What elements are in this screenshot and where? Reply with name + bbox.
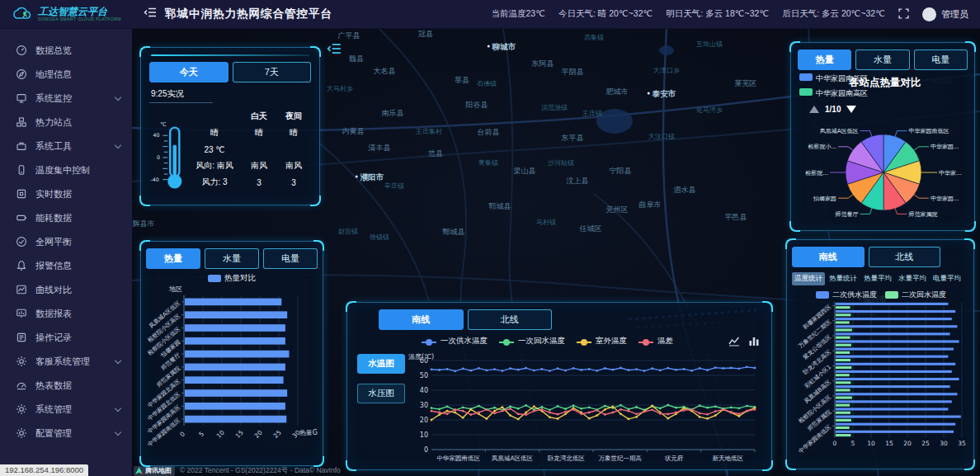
tab-7天[interactable]: 7天 (233, 62, 312, 82)
tab-今天[interactable]: 今天 (149, 62, 229, 82)
bell-icon (16, 260, 27, 273)
toolbox-line-chart-icon[interactable] (728, 336, 740, 346)
legend-item[interactable]: 一次回水温度 (499, 336, 565, 346)
sidebar-item-6[interactable]: 实时数据 (0, 182, 132, 206)
tab-北线[interactable]: 北线 (468, 309, 553, 330)
svg-text:凤凰城A区低区: 凤凰城A区低区 (492, 455, 534, 462)
tab-热量[interactable]: 热量 (798, 49, 851, 70)
sidebar-item-label: 报警信息 (35, 260, 120, 272)
log-icon (16, 332, 27, 345)
sidebar-item-3[interactable]: 热力站点 (0, 111, 132, 134)
button-水温图[interactable]: 水温图 (357, 354, 405, 374)
sidebar-item-5[interactable]: 温度集中控制 (0, 158, 132, 182)
weather-time-label: 9:25实况 (149, 88, 213, 103)
subtab-电量平均[interactable]: 电量平均 (931, 272, 964, 285)
svg-text:-40: -40 (150, 177, 158, 182)
legend-item[interactable]: 室外温度 (577, 336, 627, 346)
sidebar-item-0[interactable]: 数据总览 (0, 39, 132, 63)
svg-text:状元府: 状元府 (665, 455, 684, 462)
weather-cell: 23 ℃ (187, 145, 242, 154)
panel-deco-line (151, 54, 309, 56)
svg-text:15: 15 (234, 429, 245, 440)
legend-item[interactable]: 热量对比 (208, 273, 256, 284)
tab-北线[interactable]: 北线 (869, 247, 941, 267)
sidebar-item-1[interactable]: 地理信息 (0, 63, 132, 87)
svg-text:℃: ℃ (160, 121, 166, 128)
svg-text:40: 40 (153, 132, 159, 138)
weather-col-header: 夜间 (276, 111, 311, 122)
svg-text:10: 10 (215, 429, 226, 440)
subtab-热量平均[interactable]: 热量平均 (861, 272, 894, 285)
sidebar-item-8[interactable]: 全网平衡 (0, 230, 132, 254)
subtab-水量平均[interactable]: 水量平均 (896, 272, 929, 285)
tab-热量[interactable]: 热量 (146, 248, 200, 269)
chevron-down-icon (115, 142, 121, 148)
station-heat-pie-chart[interactable]: 中华家园南低区中华家园...中华家...中华家园...师范家属院师范餐厅怡馨家园… (798, 114, 969, 228)
svg-text:40: 40 (420, 387, 428, 394)
heat-water-elec-tabs: 热量水量电量 (146, 248, 318, 269)
energy-icon (16, 212, 27, 225)
map-panel-fold-icon[interactable] (327, 42, 342, 59)
sidebar-item-12[interactable]: 操作记录 (0, 326, 132, 350)
sidebar-item-15[interactable]: 系统管理 (0, 398, 132, 422)
sidebar-item-7[interactable]: 能耗数据 (0, 206, 132, 230)
fullscreen-icon[interactable] (898, 8, 909, 21)
sidebar-item-2[interactable]: 系统监控 (0, 87, 132, 111)
sidebar-item-label: 实时数据 (35, 188, 120, 200)
attribution-text: © 2022 Tencent - GS(2022)2224号 - Data© N… (180, 466, 341, 476)
pie-pager: 1/10 (809, 105, 968, 114)
sidebar-item-4[interactable]: 系统工具 (0, 134, 132, 158)
sidebar-item-label: 热力站点 (35, 116, 120, 129)
legend-swatch-icon (799, 73, 813, 81)
legend-item[interactable]: 二次回水温度 (885, 290, 946, 300)
legend-item[interactable]: 二次供水温度 (816, 290, 877, 300)
tab-南线[interactable]: 南线 (792, 247, 865, 267)
temp-lines-chart[interactable]: 0102030405060温度(℃)中华家园南低区凤凰城A区低区卧龙湾北低区万象… (407, 352, 761, 463)
tencent-map-logo: 腾讯地图 (134, 466, 175, 476)
subtab-热量统计[interactable]: 热量统计 (827, 272, 860, 285)
sidebar-item-label: 数据报表 (35, 308, 120, 320)
svg-text:0: 0 (157, 154, 160, 160)
weather-col-header: 白天 (242, 111, 276, 122)
dashboard-icon (16, 45, 27, 58)
sidebar-item-11[interactable]: 数据报表 (0, 302, 132, 326)
sidebar-item-9[interactable]: 报警信息 (0, 254, 132, 278)
line-series-legend: 一次供水温度一次回水温度室外温度温差 (422, 336, 673, 346)
tomorrow-weather: 明日天气: 多云 18℃~32℃ (666, 8, 769, 20)
tab-电量[interactable]: 电量 (263, 248, 318, 269)
legend-item[interactable]: 一次供水温度 (422, 336, 488, 346)
svg-text:地区: 地区 (168, 285, 182, 293)
chevron-down-icon (115, 429, 121, 436)
tab-南线[interactable]: 南线 (379, 309, 464, 330)
sidebar-item-16[interactable]: 配置管理 (0, 422, 132, 445)
page-up-icon[interactable] (809, 106, 819, 113)
compass-icon (16, 68, 27, 82)
tab-水量[interactable]: 水量 (855, 49, 909, 70)
menu-fold-icon[interactable] (144, 7, 157, 21)
toolbox-icon (16, 140, 27, 153)
svg-text:35: 35 (958, 440, 966, 447)
sidebar-item-14[interactable]: 热表数据 (0, 374, 132, 398)
tab-电量[interactable]: 电量 (914, 49, 968, 70)
sidebar-item-10[interactable]: 曲线对比 (0, 278, 132, 302)
weather-panel: 今天7天 9:25实况 ℃ 40 0 -40 白天夜间晴晴晴23 ℃风向: 南风… (140, 47, 320, 205)
page-down-icon[interactable] (846, 106, 856, 113)
svg-text:新天地低区: 新天地低区 (713, 455, 744, 462)
user-menu[interactable]: 管理员 (922, 7, 968, 21)
chart-mode-buttons: 水温图水压图 (357, 354, 405, 403)
button-水压图[interactable]: 水压图 (357, 384, 405, 403)
tab-水量[interactable]: 水量 (205, 248, 259, 269)
toolbox-bar-chart-icon[interactable] (748, 336, 760, 346)
monitor-icon (16, 92, 27, 106)
logo-title: 工达智慧云平台 (38, 7, 136, 16)
weather-cell: 南风 (276, 160, 311, 172)
station-heat-bar-chart[interactable]: 051015202530凤凰城A区低区检察院小区高区检察院小区低区怡馨家园师范餐… (146, 284, 319, 459)
gear-icon (16, 427, 27, 441)
legend-swatch-icon (816, 291, 829, 299)
sidebar-item-13[interactable]: 客服系统管理 (0, 350, 132, 374)
legend-item[interactable]: 温差 (638, 336, 673, 346)
subtab-温度统计[interactable]: 温度统计 (792, 272, 825, 285)
second-temp-bar-chart[interactable]: 05101520253035和馨家园西区万象世纪二期区紫龙公馆低区卧龙湾北高区彩… (792, 300, 970, 459)
thermometer-graphic: ℃ 40 0 -40 (149, 106, 187, 204)
station-heat-pie-panel: 热量水量电量 中华家园南低区中华家园南高区 各站点热量对比 1/10 中华家园南… (790, 42, 975, 231)
